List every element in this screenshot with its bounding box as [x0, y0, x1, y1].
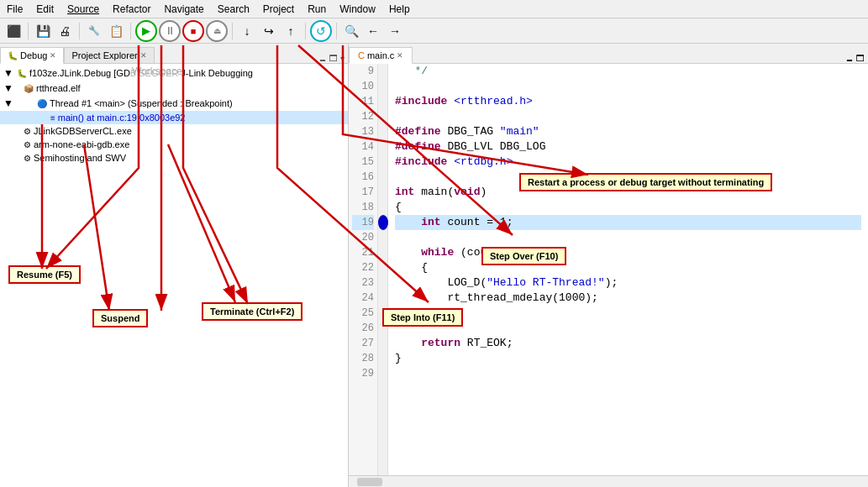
debug-tab[interactable]: 🐛 Debug ✕	[0, 47, 64, 64]
save-button[interactable]: 💾	[33, 21, 53, 41]
code-line-20	[395, 230, 861, 245]
rtthread-elf-item[interactable]: ▼ 📦 rtthread.elf	[0, 81, 348, 96]
step-into-button[interactable]: ↓	[237, 21, 257, 41]
project-explorer-tab-close[interactable]: ✕	[140, 51, 147, 60]
restart-button[interactable]: ↺	[310, 20, 332, 42]
print-button[interactable]: 🖨	[55, 21, 75, 41]
code-line-27: return RT_EOK;	[395, 336, 861, 351]
code-line-9: */	[395, 64, 861, 79]
menu-window[interactable]: Window	[333, 2, 382, 17]
menu-file[interactable]: File	[0, 2, 29, 17]
disconnect-button[interactable]: ⏏	[206, 20, 228, 42]
code-editor[interactable]: 9 10 11 12 13 14 15 16 17 18 19 20 21 22…	[349, 64, 868, 475]
code-content: */ #include <rtthread.h> #define DBG_TAG…	[388, 64, 868, 475]
code-line-28: }	[395, 351, 861, 366]
main-frame-item[interactable]: ≡ main() at main.c:19 0x8003e92	[0, 111, 348, 124]
step-over-tooltip-text: Step Over (F10)	[490, 251, 558, 261]
code-line-13: #define DBG_TAG "main"	[395, 124, 861, 139]
active-line-number: 19	[352, 215, 374, 230]
project-explorer-tab-label: Project Explorer	[71, 50, 137, 60]
terminate-button[interactable]: ■	[182, 20, 204, 42]
code-line-15: #include <rtdbg.h>	[395, 154, 861, 170]
suspend-tooltip-text: Suspend	[101, 313, 139, 323]
project-explorer-tab[interactable]: Project Explorer ✕	[64, 47, 154, 63]
restart-tooltip: Restart a process or debug target withou…	[519, 173, 772, 191]
code-line-23: LOG_D("Hello RT-Thread!");	[395, 275, 861, 291]
step-over-button[interactable]: ↪	[259, 21, 279, 41]
menu-project[interactable]: Project	[256, 2, 301, 17]
code-line-22: {	[395, 260, 861, 275]
debug-config-button[interactable]: 🔧	[84, 21, 104, 41]
toolbar: ⬛ 💾 🖨 🔧 📋 ▶ ⏸ ■ ⏏ ↓ ↪ ↑ ↺ 🔍 ← →	[0, 18, 868, 44]
menu-refactor[interactable]: Refactor	[106, 2, 157, 17]
jlink-item[interactable]: ⚙ JLinkGDBServerCL.exe	[0, 124, 348, 138]
external-tools-button[interactable]: 📋	[106, 21, 126, 41]
view-menu-button[interactable]: ▾	[340, 54, 345, 63]
toolbar-sep-4	[232, 23, 233, 39]
code-line-29	[395, 366, 861, 381]
step-into-tooltip: Step Into (F11)	[382, 308, 463, 327]
menu-edit[interactable]: Edit	[29, 2, 60, 17]
semihosting-icon: ⚙	[24, 154, 31, 163]
step-return-button[interactable]: ↑	[281, 21, 301, 41]
c-file-icon: C	[358, 50, 365, 60]
left-panel-actions: 🗕 🗖 ▾	[315, 54, 348, 63]
editor-minimize[interactable]: 🗕	[845, 54, 854, 63]
toolbar-sep-3	[130, 23, 131, 39]
open-type-button[interactable]: 🔍	[341, 21, 361, 41]
workspace: 🐛 Debug ✕ Project Explorer ✕ 🗕 🗖 ▾ ▼ 🐛 f…	[0, 44, 868, 487]
suspend-button[interactable]: ⏸	[159, 20, 181, 42]
editor-tab-close[interactable]: ✕	[397, 51, 403, 60]
toolbar-sep-2	[79, 23, 80, 39]
code-line-11: #include <rtthread.h>	[395, 94, 861, 109]
debug-tab-close[interactable]: ✕	[50, 51, 56, 60]
main-c-tab[interactable]: C main.c ✕	[349, 47, 413, 64]
maximize-button[interactable]: 🗖	[329, 54, 338, 63]
editor-tab-label: main.c	[367, 50, 394, 60]
resume-button[interactable]: ▶	[135, 20, 157, 42]
resume-tooltip-text: Resume (F5)	[17, 270, 72, 280]
toolbar-sep-6	[336, 23, 337, 39]
editor-tab-bar: C main.c ✕ 🗕 🗖	[349, 44, 868, 64]
editor-actions: 🗕 🗖	[842, 54, 868, 63]
debug-tab-label: Debug	[20, 50, 47, 60]
menu-bar: File Edit Source Refactor Navigate Searc…	[0, 0, 868, 18]
step-over-tooltip: Step Over (F10)	[481, 247, 566, 265]
forward-button[interactable]: →	[385, 21, 405, 41]
thread-label: Thread #1 <main> (Suspended : Breakpoint…	[50, 98, 233, 108]
armgdb-item[interactable]: ⚙ arm-none-eabi-gdb.exe	[0, 138, 348, 151]
menu-run[interactable]: Run	[301, 2, 333, 17]
code-line-26	[395, 321, 861, 336]
terminate-tooltip: Terminate (Ctrl+F2)	[202, 302, 302, 321]
right-panel: C main.c ✕ 🗕 🗖 9 10 11 12 13 14 15 16 17	[349, 44, 868, 487]
menu-search[interactable]: Search	[211, 2, 256, 17]
terminate-tooltip-text: Terminate (Ctrl+F2)	[210, 306, 294, 317]
toolbar-sep-1	[28, 23, 29, 39]
menu-source[interactable]: Source	[60, 2, 106, 17]
new-button[interactable]: ⬛	[3, 21, 24, 41]
minimize-button[interactable]: 🗕	[318, 54, 327, 63]
step-into-tooltip-text: Step Into (F11)	[391, 312, 455, 322]
main-frame-label: main() at main.c:19 0x8003e92	[58, 113, 186, 123]
breakpoint-marker	[378, 215, 388, 230]
semihosting-item[interactable]: ⚙ Semihosting and SWV	[0, 151, 348, 165]
code-line-12	[395, 109, 861, 124]
left-tab-bar: 🐛 Debug ✕ Project Explorer ✕ 🗕 🗖 ▾	[0, 44, 348, 64]
armgdb-label: arm-none-eabi-gdb.exe	[34, 139, 129, 149]
horizontal-scrollbar[interactable]	[349, 475, 868, 487]
code-line-24: rt_thread_mdelay(1000);	[395, 291, 861, 306]
code-line-21: while (count++)	[395, 245, 861, 260]
menu-help[interactable]: Help	[382, 2, 417, 17]
editor-maximize[interactable]: 🗖	[856, 54, 865, 63]
toolbar-sep-5	[305, 23, 306, 39]
thread-item[interactable]: ▼ 🔵 Thread #1 <main> (Suspended : Breakp…	[0, 96, 348, 111]
back-button[interactable]: ←	[363, 21, 383, 41]
scroll-thumb[interactable]	[357, 478, 382, 486]
code-line-19: int count = 1;	[395, 215, 861, 230]
breakpoint-gutter	[378, 64, 388, 475]
line-numbers: 9 10 11 12 13 14 15 16 17 18 19 20 21 22…	[349, 64, 378, 475]
menu-navigate[interactable]: Navigate	[157, 2, 210, 17]
jlink-icon: ⚙	[24, 127, 31, 136]
thread-icon: 🔵	[37, 99, 47, 108]
restart-tooltip-text: Restart a process or debug target withou…	[528, 177, 764, 187]
